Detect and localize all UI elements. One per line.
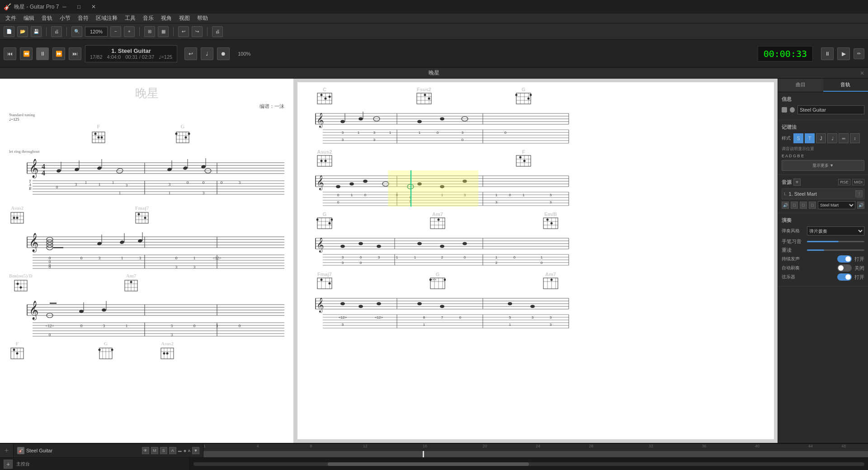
midi-btn[interactable]: MIDI <box>852 179 864 185</box>
restore-btn[interactable]: □ <box>74 3 84 11</box>
track-icon: 🎸 <box>17 447 24 454</box>
zoom-input[interactable] <box>85 27 108 37</box>
track-name-input[interactable] <box>797 105 864 114</box>
save-btn[interactable]: 💾 <box>31 26 42 37</box>
style-btn-note[interactable]: ♩ <box>827 133 837 143</box>
track-expand-btn[interactable]: ▼ <box>192 447 199 454</box>
svg-point-51 <box>183 166 188 170</box>
style-btn-t[interactable]: T <box>805 133 815 143</box>
tab-audio[interactable]: 音轨 <box>823 79 868 92</box>
add-track-btn[interactable]: + <box>0 444 14 457</box>
timeline-ruler: 1 4 8 12 16 20 24 28 32 36 40 44 48 <box>203 444 868 451</box>
menu-help[interactable]: 帮助 <box>193 14 212 23</box>
transport-next[interactable]: ⏩ <box>52 47 65 60</box>
menu-measure[interactable]: 小节 <box>56 14 74 23</box>
strum-select[interactable]: 弹片拨奏 <box>807 226 864 235</box>
svg-point-198 <box>163 352 165 355</box>
track-instrument-btn[interactable]: A <box>169 447 176 454</box>
info-section: 信息 <box>778 92 868 120</box>
svg-point-366 <box>377 245 381 248</box>
svg-point-251 <box>440 118 444 121</box>
menu-note[interactable]: 音符 <box>74 14 92 23</box>
sound-icon-1[interactable]: 🔊 <box>782 202 789 209</box>
transport-loop[interactable]: ↩ <box>184 47 197 60</box>
menu-view2[interactable]: 视图 <box>175 14 193 23</box>
add-instrument-btn[interactable]: + <box>4 460 13 469</box>
sound-name: 1. Steel Mart <box>789 191 854 197</box>
chord-asus2: Asus2 <box>9 205 25 227</box>
repeat-slider[interactable] <box>807 249 864 251</box>
svg-point-16 <box>188 133 190 135</box>
transport-prev[interactable]: ⏪ <box>20 47 33 60</box>
grid2-btn[interactable]: ▦ <box>158 26 169 37</box>
songtitle-close[interactable]: ✕ <box>860 70 864 76</box>
minimize-btn[interactable]: ─ <box>59 3 70 11</box>
mark-12: 12 <box>363 444 368 448</box>
track-mute-btn[interactable]: M <box>151 447 158 454</box>
svg-point-208 <box>329 96 331 98</box>
style-btn-s[interactable]: S <box>793 133 803 143</box>
svg-text:3: 3 <box>342 255 344 259</box>
track-eye-btn[interactable]: 👁 <box>142 447 149 454</box>
transport-pause2[interactable]: ⏸ <box>821 47 834 60</box>
svg-text:3: 3 <box>373 138 376 142</box>
menu-music[interactable]: 音乐 <box>139 14 157 23</box>
undo-btn[interactable]: ↩ <box>178 26 189 37</box>
sound-icon-4[interactable]: □ <box>809 202 816 209</box>
scrollbar-thumb[interactable] <box>328 462 529 466</box>
strings-toggle[interactable] <box>837 273 852 281</box>
zoom-in-btn[interactable]: + <box>124 26 135 37</box>
menu-tools[interactable]: 工具 <box>121 14 139 23</box>
transport-play[interactable]: ⏸ <box>36 47 49 60</box>
sound-preset-select[interactable]: Steel Mart <box>818 201 855 209</box>
svg-text:3: 3 <box>171 324 173 328</box>
sound-add-btn[interactable]: + <box>793 179 801 186</box>
transport-end[interactable]: ⏭ <box>69 47 81 60</box>
close-btn[interactable]: ✕ <box>88 3 99 11</box>
practice-slider[interactable] <box>807 241 864 242</box>
svg-text:B: B <box>29 187 31 191</box>
print-btn[interactable]: 🖨 <box>51 26 62 37</box>
show-more-btn[interactable]: 显示更多 ▼ <box>782 160 864 171</box>
style-btn-arrow[interactable]: ↕ <box>850 133 860 143</box>
mark-32: 32 <box>649 444 653 448</box>
chord-asus2-2: Asus2 <box>159 341 175 362</box>
sound-icon-3[interactable]: □ <box>800 202 807 209</box>
menu-annotation[interactable]: 区域注释 <box>92 14 121 23</box>
menu-view1[interactable]: 视角 <box>157 14 175 23</box>
new-btn[interactable]: 📄 <box>4 26 14 37</box>
print2-btn[interactable]: 🖨 <box>212 26 223 37</box>
chord-bm-diagram <box>13 278 29 293</box>
transport-pencil[interactable]: ✏ <box>854 48 864 59</box>
track-color-swatch[interactable] <box>782 107 787 113</box>
sound-icon-2[interactable]: □ <box>791 202 798 209</box>
transport-record[interactable]: ⏺ <box>217 47 230 60</box>
style-btn-j[interactable]: J <box>816 133 826 143</box>
sound-more-btn[interactable]: ⋮ <box>855 190 863 197</box>
redo-btn[interactable]: ↪ <box>192 26 203 37</box>
sound-volume-btn[interactable]: 🔊 <box>857 202 864 209</box>
style-btn-bar[interactable]: ═ <box>839 133 849 143</box>
transport-metronome[interactable]: ♩ <box>201 47 213 60</box>
rse-btn[interactable]: RSE <box>838 179 850 185</box>
menu-edit[interactable]: 编辑 <box>20 14 38 23</box>
track-solo-btn[interactable]: S <box>160 447 167 454</box>
search-btn[interactable]: 🔍 <box>71 26 82 37</box>
chord-asus2-diagram <box>9 211 25 225</box>
menu-track[interactable]: 音轨 <box>38 14 56 23</box>
transport-play2[interactable]: ▶ <box>837 47 850 60</box>
grid-btn[interactable]: ⊞ <box>144 26 155 37</box>
open-btn[interactable]: 📂 <box>17 26 28 37</box>
autobrush-toggle[interactable] <box>837 264 852 272</box>
transport-info: 1. Steel Guitar 17/82 4:04:0 00:31 / 02:… <box>85 45 177 62</box>
sustain-toggle[interactable] <box>837 255 852 263</box>
svg-text:3: 3 <box>169 182 171 187</box>
timeline-scrollbar[interactable] <box>193 462 864 466</box>
svg-point-192 <box>111 349 113 351</box>
tab-track[interactable]: 曲目 <box>778 79 823 92</box>
svg-text:1: 1 <box>85 180 87 185</box>
transport-rewind[interactable]: ⏮ <box>4 47 16 60</box>
zoom-out-btn[interactable]: − <box>110 26 121 37</box>
menu-file[interactable]: 文件 <box>2 14 20 23</box>
track-cursor[interactable] <box>423 451 424 457</box>
